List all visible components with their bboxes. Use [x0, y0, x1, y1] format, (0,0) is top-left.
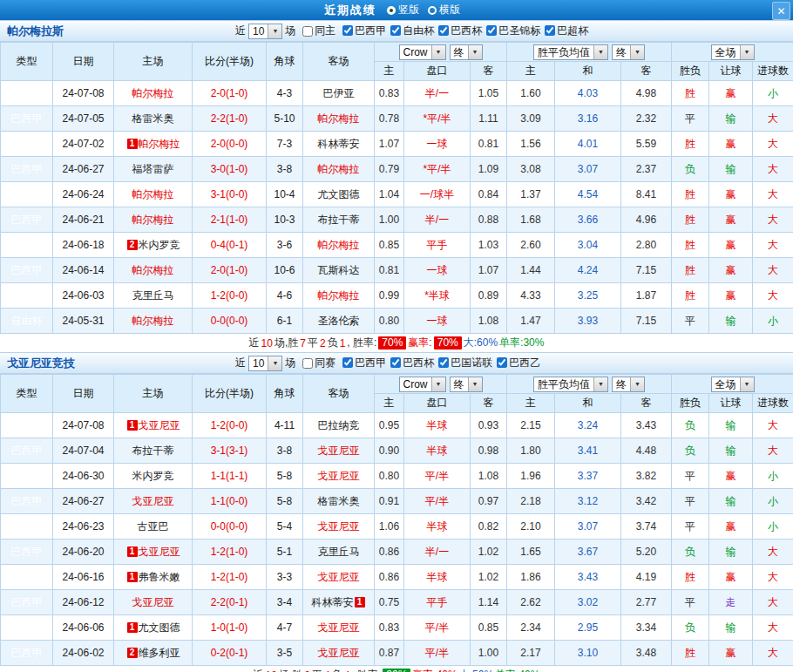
handicap-result-cell: 输	[709, 157, 753, 182]
near-label: 近	[235, 356, 246, 370]
col-goals: 进球数	[753, 394, 793, 413]
score-cell: 2-2(0-1)	[193, 590, 267, 615]
same-competition-filter[interactable]: 同赛	[302, 356, 336, 370]
ah-line-cell: 一球	[404, 258, 471, 283]
final-odds-select[interactable]: 终▼	[450, 44, 483, 60]
team-header-goianiense: 戈亚尼亚竞技 近 10 ▼ 场 同赛 巴西甲巴西杯巴国诺联巴西乙	[0, 352, 793, 374]
scope-select[interactable]: 全场▼	[711, 377, 755, 392]
league-filter[interactable]: 巴西乙	[497, 356, 540, 370]
home-team-cell: 1帕尔梅拉	[114, 132, 193, 157]
same-competition-checkbox[interactable]	[302, 358, 313, 369]
date-cell: 24-06-27	[53, 157, 114, 182]
ah-home-odds-cell: 0.86	[375, 540, 404, 565]
odds-company-select[interactable]: Crow▼	[399, 377, 446, 392]
same-venue-filter[interactable]: 同主	[302, 24, 336, 38]
ah-away-odds-cell: 0.98	[471, 438, 507, 464]
ah-home-odds-cell: 0.80	[375, 309, 404, 334]
league-checkbox[interactable]	[497, 357, 507, 368]
col-ah-line: 盘口	[404, 394, 471, 413]
league-filters: 巴西甲巴西杯巴国诺联巴西乙	[338, 356, 540, 371]
radio-vertical[interactable]: 竖版	[387, 3, 419, 17]
date-cell: 24-06-20	[53, 540, 114, 565]
ah-line-cell: 平/半	[404, 489, 471, 514]
team-name: 布拉干蒂	[318, 214, 360, 226]
date-cell: 24-06-27	[53, 489, 114, 514]
rate-badge: 70%	[434, 336, 462, 350]
avg-away-odds-cell: 3.43	[621, 413, 672, 438]
league-filter[interactable]: 巴西杯	[438, 24, 482, 38]
match-count-select[interactable]: 10 ▼	[248, 356, 282, 371]
competition-cell: 巴西甲	[1, 489, 53, 514]
rate-badge: 20%	[383, 669, 410, 672]
avg-odds-select[interactable]: 胜平负均值▼	[533, 377, 608, 392]
league-filter[interactable]: 巴超杯	[545, 24, 588, 38]
league-filter[interactable]: 巴西杯	[390, 356, 434, 370]
team-name: 戈亚尼亚	[318, 520, 360, 533]
col-home: 主场	[114, 375, 193, 413]
avg-away-odds-cell: 3.42	[621, 489, 672, 514]
ah-line-cell: 平手	[404, 590, 471, 615]
rank-badge: 1	[355, 597, 365, 608]
avg-away-odds-cell: 3.74	[621, 514, 672, 540]
ah-line-cell: 平手	[404, 233, 471, 258]
close-button[interactable]: ✕	[772, 2, 790, 20]
league-filter[interactable]: 自由杯	[390, 24, 434, 38]
result-cell: 负	[672, 438, 709, 464]
avg-away-odds-cell: 1.87	[621, 283, 672, 309]
team-name: 布拉干蒂	[132, 445, 174, 457]
team-name: 戈亚尼亚	[318, 647, 360, 659]
final-avg-select[interactable]: 终▼	[612, 44, 645, 60]
col-ah-away: 客	[471, 62, 507, 81]
team-name-title: 戈亚尼亚竞技	[7, 356, 235, 371]
summary-text: 单率:40%	[495, 668, 539, 672]
ah-line-cell: 半/一	[404, 207, 471, 233]
team-name: 弗鲁米嫩	[139, 571, 180, 583]
league-checkbox[interactable]	[390, 25, 401, 36]
avg-away-odds-cell: 7.15	[621, 309, 672, 334]
final-odds-select[interactable]: 终▼	[450, 377, 483, 392]
handicap-result-cell: 赢	[709, 565, 753, 590]
league-checkbox[interactable]	[486, 25, 497, 36]
radio-horizontal[interactable]: 横版	[428, 3, 460, 17]
match-count-select[interactable]: 10 ▼	[248, 24, 282, 39]
summary-text: 10	[261, 337, 273, 350]
avg-odds-select[interactable]: 胜平负均值▼	[533, 44, 608, 60]
col-away: 客场	[303, 43, 375, 81]
team-name: 克里丘马	[132, 289, 174, 302]
ah-line-cell: 一/球半	[404, 182, 471, 207]
games-label: 场	[285, 24, 295, 38]
league-filter[interactable]: 巴西甲	[342, 356, 386, 370]
competition-cell: 巴西甲	[1, 207, 53, 233]
league-filters: 巴西甲自由杯巴西杯巴圣锦标巴超杯	[338, 24, 588, 39]
handicap-result-cell: 赢	[709, 81, 753, 106]
avg-away-odds-cell: 2.32	[621, 106, 672, 132]
league-filter[interactable]: 巴西甲	[342, 24, 386, 38]
final-avg-select[interactable]: 终▼	[612, 377, 645, 392]
date-cell: 24-06-21	[53, 207, 114, 233]
filter-bar: 近 10 ▼ 场 同主 巴西甲自由杯巴西杯巴圣锦标巴超杯	[235, 24, 588, 39]
result-cell: 胜	[672, 81, 709, 106]
league-checkbox[interactable]	[390, 357, 401, 368]
avg-home-odds-cell: 1.56	[507, 132, 555, 157]
same-venue-checkbox[interactable]	[302, 26, 313, 37]
league-checkbox[interactable]	[342, 357, 353, 368]
league-label: 巴西甲	[355, 356, 386, 370]
league-checkbox[interactable]	[438, 357, 449, 368]
away-team-cell: 尤文图德	[303, 182, 375, 207]
match-row: 巴西甲24-06-161弗鲁米嫩1-2(1-0)3-3戈亚尼亚0.86半球1.0…	[1, 565, 793, 590]
corner-cell: 4-3	[267, 81, 303, 106]
league-checkbox[interactable]	[545, 25, 555, 36]
avg-away-odds-cell: 2.80	[621, 233, 672, 258]
league-checkbox[interactable]	[438, 25, 449, 36]
result-cell: 负	[672, 413, 709, 438]
league-filter[interactable]: 巴圣锦标	[486, 24, 540, 38]
odds-company-select[interactable]: Crow▼	[399, 44, 446, 60]
ah-home-odds-cell: 0.85	[375, 233, 404, 258]
scope-select[interactable]: 全场▼	[711, 44, 755, 60]
league-checkbox[interactable]	[342, 25, 353, 36]
league-filter[interactable]: 巴国诺联	[438, 356, 492, 370]
away-team-cell: 戈亚尼亚	[303, 615, 375, 641]
match-row: 巴西甲24-07-04布拉干蒂3-1(3-1)3-8戈亚尼亚0.90半球0.98…	[1, 438, 793, 464]
radio-selected-icon	[387, 6, 396, 15]
goals-cell: 大	[753, 413, 793, 438]
